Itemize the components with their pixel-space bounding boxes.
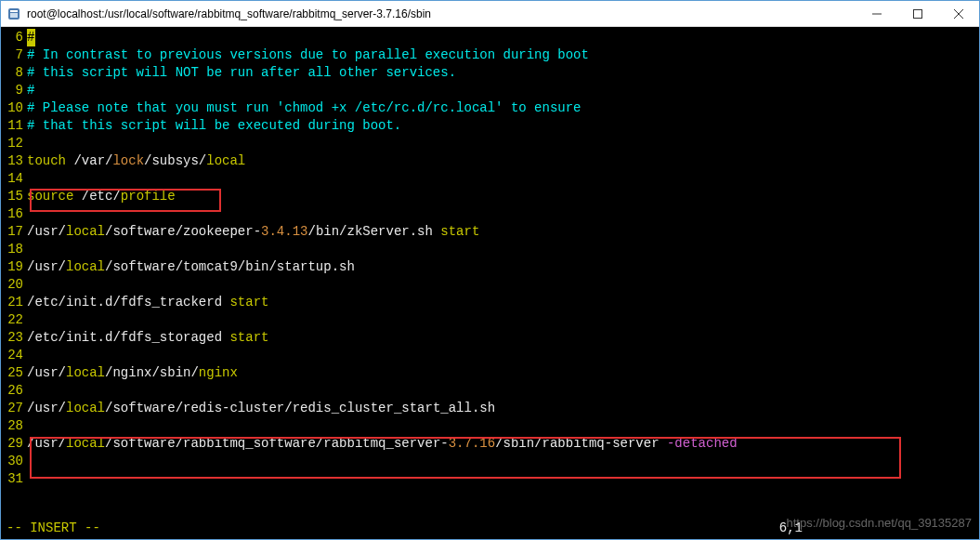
line-number: 25 bbox=[1, 364, 27, 382]
line-number: 28 bbox=[1, 417, 27, 435]
line-number: 31 bbox=[1, 470, 27, 488]
line-number: 30 bbox=[1, 453, 27, 470]
line-number: 7 bbox=[1, 46, 27, 64]
line-number: 26 bbox=[1, 382, 27, 400]
comment: # In contrast to previous versions due t… bbox=[27, 47, 589, 62]
line-number: 15 bbox=[1, 188, 27, 205]
line-number: 20 bbox=[1, 276, 27, 294]
line-number: 6 bbox=[1, 29, 27, 46]
line-number: 8 bbox=[1, 64, 27, 82]
app-icon bbox=[7, 7, 21, 21]
svg-rect-2 bbox=[10, 13, 18, 18]
line-number: 24 bbox=[1, 347, 27, 364]
comment: # bbox=[27, 83, 34, 98]
line-number: 18 bbox=[1, 241, 27, 258]
minimize-button[interactable] bbox=[856, 1, 897, 27]
comment: # that this script will be executed duri… bbox=[27, 118, 401, 133]
line-number: 23 bbox=[1, 329, 27, 347]
line-number: 14 bbox=[1, 170, 27, 188]
line-number: 22 bbox=[1, 311, 27, 329]
line-number: 19 bbox=[1, 258, 27, 276]
line-number: 16 bbox=[1, 205, 27, 223]
vim-mode-status: -- INSERT -- bbox=[7, 520, 100, 535]
comment: # this script will NOT be run after all … bbox=[27, 65, 456, 80]
svg-rect-1 bbox=[10, 10, 18, 12]
comment: # Please note that you must run 'chmod +… bbox=[27, 100, 581, 115]
cursor-position: 6,1 bbox=[779, 520, 803, 535]
svg-rect-4 bbox=[914, 9, 922, 18]
line-number: 9 bbox=[1, 82, 27, 99]
line-number: 13 bbox=[1, 152, 27, 170]
line-number: 17 bbox=[1, 223, 27, 241]
line-number: 21 bbox=[1, 294, 27, 311]
close-button[interactable] bbox=[938, 1, 979, 27]
maximize-button[interactable] bbox=[897, 1, 938, 27]
line-number: 11 bbox=[1, 117, 27, 135]
watermark: https://blog.csdn.net/qq_39135287 bbox=[787, 516, 973, 530]
line-number: 10 bbox=[1, 99, 27, 117]
line-number: 27 bbox=[1, 400, 27, 417]
terminal-area[interactable]: 6# 7# In contrast to previous versions d… bbox=[1, 27, 979, 539]
line-number: 12 bbox=[1, 135, 27, 152]
window-title: root@localhost:/usr/local/software/rabbi… bbox=[27, 7, 856, 20]
window-controls bbox=[856, 1, 979, 27]
line-number: 29 bbox=[1, 435, 27, 453]
terminal-window: root@localhost:/usr/local/software/rabbi… bbox=[0, 0, 980, 540]
cursor: # bbox=[27, 29, 35, 46]
titlebar[interactable]: root@localhost:/usr/local/software/rabbi… bbox=[1, 1, 979, 27]
